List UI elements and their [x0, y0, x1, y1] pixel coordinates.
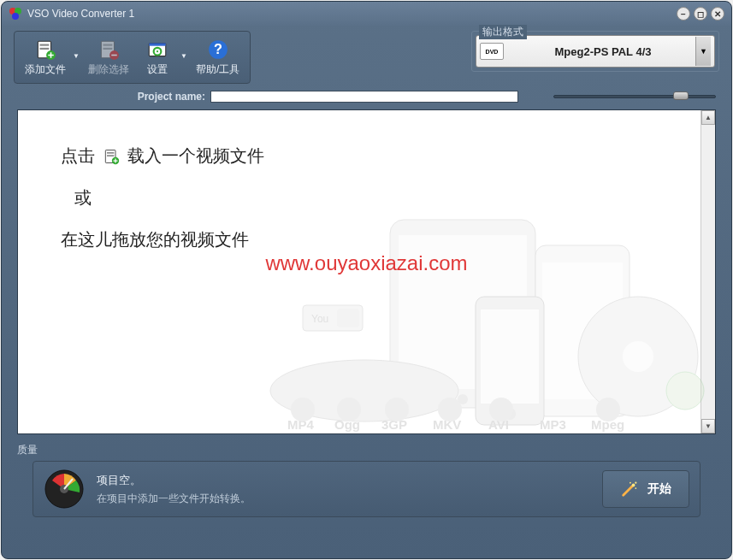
- svg-point-46: [489, 398, 513, 421]
- status-bar: 项目空。 在项目中添加一些文件开始转换。 开始: [33, 461, 700, 517]
- svg-point-43: [337, 398, 361, 421]
- settings-label: 设置: [147, 62, 168, 77]
- svg-rect-4: [40, 44, 50, 45]
- click-hint: 点击 载入一个视频文件: [61, 144, 672, 168]
- output-format-value: Mpeg2-PS PAL 4/3: [511, 45, 695, 58]
- window-title: VSO Video Converter 1: [27, 8, 677, 20]
- help-icon: ?: [207, 38, 229, 61]
- svg-point-53: [635, 482, 636, 484]
- add-file-dropdown[interactable]: ▼: [73, 35, 81, 80]
- toolbar: 添加文件 ▼ 删除选择 设置 ▼: [2, 26, 731, 87]
- zoom-slider[interactable]: [553, 91, 716, 103]
- svg-rect-5: [40, 47, 50, 49]
- quality-section: 质量 项目空。 在项目中添加一些文件开始转换。: [17, 443, 716, 517]
- svg-point-44: [385, 398, 409, 421]
- svg-point-55: [635, 487, 636, 489]
- or-text: 或: [74, 186, 672, 209]
- maximize-button[interactable]: ◻: [694, 7, 707, 21]
- dvd-icon: DVD: [480, 43, 504, 60]
- output-format-select[interactable]: DVD Mpeg2-PS PAL 4/3 ▼: [476, 35, 715, 68]
- svg-rect-9: [103, 47, 113, 49]
- add-file-icon: [34, 38, 56, 61]
- main-panel[interactable]: 点击 载入一个视频文件 或 在这儿拖放您的视频文件 www.ouyaoxiaza…: [17, 109, 716, 434]
- slider-track: [553, 95, 716, 98]
- add-file-label: 添加文件: [25, 62, 66, 77]
- close-button[interactable]: ✕: [711, 7, 724, 21]
- quality-label: 质量: [17, 443, 716, 457]
- svg-point-54: [630, 482, 631, 484]
- svg-rect-8: [103, 44, 113, 45]
- svg-rect-18: [107, 152, 114, 154]
- svg-text:MP3: MP3: [540, 417, 566, 432]
- minimize-button[interactable]: −: [677, 7, 690, 21]
- status-hint: 在项目中添加一些文件开始转换。: [97, 492, 590, 506]
- wand-icon: [620, 480, 639, 498]
- svg-text:You: You: [311, 313, 328, 325]
- window-controls: − ◻ ✕: [677, 7, 724, 21]
- settings-dropdown[interactable]: ▼: [180, 35, 189, 80]
- svg-point-48: [666, 372, 704, 410]
- start-label: 开始: [647, 481, 671, 497]
- output-format-group: 输出格式 DVD Mpeg2-PS PAL 4/3 ▼: [471, 31, 719, 72]
- svg-rect-19: [107, 155, 114, 156]
- help-tools-button[interactable]: ? 帮助/工具: [191, 35, 245, 80]
- svg-point-2: [12, 13, 19, 20]
- titlebar: VSO Video Converter 1 − ◻ ✕: [2, 2, 731, 26]
- svg-point-30: [623, 341, 653, 372]
- svg-text:?: ?: [214, 41, 222, 56]
- watermark-text: www.ouyaoxiazai.com: [18, 251, 715, 275]
- svg-point-14: [157, 50, 158, 52]
- status-text: 项目空。 在项目中添加一些文件开始转换。: [97, 473, 590, 506]
- app-icon: [9, 7, 22, 21]
- delete-selection-label: 删除选择: [88, 62, 129, 77]
- svg-point-45: [438, 398, 462, 421]
- project-row: Project name:: [2, 87, 731, 109]
- svg-rect-27: [481, 309, 539, 404]
- add-file-button[interactable]: 添加文件: [20, 35, 71, 80]
- quality-gauge-icon: [44, 469, 85, 510]
- chevron-down-icon: ▼: [695, 37, 711, 66]
- svg-point-52: [632, 484, 635, 487]
- main-toolbar-group: 添加文件 ▼ 删除选择 设置 ▼: [14, 31, 251, 84]
- settings-icon: [146, 38, 168, 61]
- settings-button[interactable]: 设置: [136, 35, 179, 80]
- start-button[interactable]: 开始: [602, 470, 689, 508]
- drag-hint: 在这儿拖放您的视频文件: [61, 228, 672, 251]
- svg-point-47: [596, 398, 620, 421]
- project-name-label: Project name:: [17, 91, 205, 103]
- delete-selection-button[interactable]: 删除选择: [83, 35, 134, 80]
- status-title: 项目空。: [97, 473, 590, 488]
- svg-point-42: [291, 398, 315, 421]
- output-format-label: 输出格式: [479, 25, 527, 39]
- project-name-input[interactable]: [210, 91, 518, 103]
- delete-icon: [98, 38, 120, 61]
- svg-rect-34: [337, 309, 359, 327]
- slider-thumb[interactable]: [673, 91, 689, 100]
- app-window: VSO Video Converter 1 − ◻ ✕ 添加文件 ▼: [1, 1, 732, 559]
- help-tools-label: 帮助/工具: [196, 62, 239, 77]
- svg-rect-12: [149, 43, 166, 45]
- add-file-inline-icon: [102, 148, 121, 165]
